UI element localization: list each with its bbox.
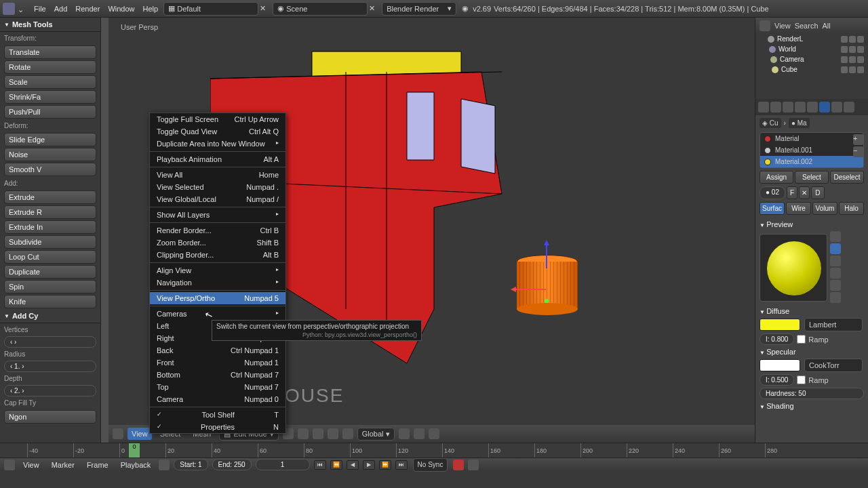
specular-header[interactable]: Specular (760, 345, 864, 359)
material-add-icon[interactable]: + (853, 134, 864, 145)
operator-header[interactable]: Add Cy (0, 309, 100, 323)
diffuse-intensity-field[interactable]: I: 0.800 (760, 333, 794, 345)
outliner-item-cube[interactable]: Cube (755, 64, 868, 75)
bc-object[interactable]: ◈ Cu (760, 118, 781, 128)
orientation-dropdown[interactable]: Global▾ (357, 428, 395, 441)
slide-edge-button[interactable]: Slide Edge (4, 133, 96, 146)
menu-help[interactable]: Help (139, 2, 163, 16)
tab-scene-icon[interactable] (783, 102, 793, 113)
key-prev-icon[interactable]: ⏪ (330, 460, 342, 470)
material-slot-material[interactable]: Material (760, 133, 863, 144)
fake-user-button[interactable]: F (787, 186, 797, 199)
material-remove-icon[interactable]: − (853, 146, 864, 157)
vertex-select-icon[interactable] (313, 428, 323, 439)
tab-material-icon[interactable] (819, 102, 830, 113)
specular-color[interactable] (760, 359, 800, 371)
smooth-button[interactable]: Smooth V (4, 163, 96, 176)
layout-add-icon[interactable]: ✕ (260, 4, 266, 13)
select-button[interactable]: Select (795, 171, 829, 184)
assign-button[interactable]: Assign (760, 171, 793, 184)
ctx-show-all-layers[interactable]: Show All Layers (150, 209, 285, 221)
ctx-toggle-quad-view[interactable]: Toggle Quad ViewCtrl Alt Q (150, 125, 285, 138)
3d-viewport[interactable]: User Persp OUSE Toggle Full ScreenCtrl U… (108, 18, 755, 443)
loopcut-button[interactable]: Loop Cut (4, 250, 96, 264)
ctx-back[interactable]: BackCtrl Numpad 1 (150, 344, 285, 357)
ctx-playback-animation[interactable]: Playback AnimationAlt A (150, 153, 285, 165)
ctx-duplicate-area-into-new-window[interactable]: Duplicate Area into New Window (150, 138, 285, 150)
ctx-toggle-full-screen[interactable]: Toggle Full ScreenCtrl Up Arrow (150, 113, 285, 125)
outliner-filter[interactable]: All (823, 22, 831, 30)
volume-tab[interactable]: Volum (812, 202, 837, 215)
ctx-align-view[interactable]: Align View (150, 264, 285, 277)
material-slot-material-001[interactable]: Material.001 (760, 144, 863, 156)
preview-hair-icon[interactable] (830, 280, 841, 291)
tab-render-icon[interactable] (758, 102, 769, 113)
ctx-render-border-[interactable]: Render Border...Ctrl B (150, 224, 285, 237)
material-slot-material-002[interactable]: Material.002 (760, 156, 863, 167)
extrude-button[interactable]: Extrude (4, 190, 96, 204)
info-editor-dropdown-icon[interactable]: ⌄ (18, 5, 24, 12)
wire-tab[interactable]: Wire (786, 202, 811, 215)
gizmo-x-axis[interactable] (512, 289, 546, 290)
sync-dropdown[interactable]: No Sync (413, 458, 448, 472)
knife-button[interactable]: Knife (4, 295, 96, 308)
end-frame-field[interactable]: End: 250 (212, 459, 252, 470)
halo-tab[interactable]: Halo (839, 202, 864, 215)
ctx-view-persp-ortho[interactable]: View Persp/OrthoNumpad 5 (150, 292, 285, 304)
ctx-camera[interactable]: CameraNumpad 0 (150, 393, 285, 405)
specular-model-dropdown[interactable]: CookTorr (804, 359, 863, 372)
outliner-item-camera[interactable]: Camera (755, 54, 868, 64)
spin-button[interactable]: Spin (4, 280, 96, 293)
pivot-icon[interactable] (298, 428, 309, 439)
tab-texture-icon[interactable] (831, 102, 842, 113)
preview-header[interactable]: Preview (760, 218, 864, 231)
gizmo-y-axis[interactable] (545, 299, 549, 303)
tl-playback[interactable]: Playback (117, 459, 155, 471)
tab-layers-icon[interactable] (770, 102, 781, 113)
pushpull-button[interactable]: Push/Pull (4, 105, 96, 119)
key-next-icon[interactable]: ⏩ (379, 460, 391, 470)
outliner-item-world[interactable]: World (755, 44, 868, 54)
ctx-front[interactable]: FrontNumpad 1 (150, 357, 285, 369)
preview-world-icon[interactable] (830, 292, 841, 303)
diffuse-model-dropdown[interactable]: Lambert (804, 318, 863, 331)
diffuse-color[interactable] (760, 319, 800, 331)
menu-window[interactable]: Window (104, 2, 138, 16)
translate-button[interactable]: Translate (4, 45, 96, 59)
snap-icon[interactable] (414, 428, 425, 439)
ctx-zoom-border-[interactable]: Zoom Border...Shift B (150, 237, 285, 249)
ctx-tool-shelf[interactable]: Tool ShelfT (150, 409, 285, 421)
face-select-icon[interactable] (342, 428, 353, 439)
extrude-i-button[interactable]: Extrude In (4, 220, 96, 234)
outliner-type-icon[interactable] (760, 20, 770, 31)
shrink-button[interactable]: Shrink/Fa (4, 90, 96, 104)
extrude-r-button[interactable]: Extrude R (4, 205, 96, 219)
preview-cube-icon[interactable] (830, 256, 841, 266)
autokey-icon[interactable] (453, 460, 464, 470)
mesh-tools-header[interactable]: Mesh Tools (0, 18, 100, 32)
preview-sphere-icon[interactable] (830, 243, 841, 254)
tl-view[interactable]: View (19, 459, 43, 471)
layers-icon[interactable] (399, 428, 410, 439)
deselect-button[interactable]: Deselect (830, 171, 864, 184)
menu-render[interactable]: Render (71, 2, 104, 16)
shading-header[interactable]: Shading (760, 399, 864, 413)
scene-dropdown[interactable]: ◉ Scene (273, 2, 368, 16)
outliner-item-renderl[interactable]: RenderL (755, 34, 868, 44)
material-slot-list[interactable]: MaterialMaterial.001Material.002 (760, 132, 864, 168)
ctx-view-all[interactable]: View AllHome (150, 169, 285, 181)
timeline-cursor[interactable]: 0 (129, 443, 140, 458)
ctx-properties[interactable]: PropertiesN (150, 421, 285, 433)
jump-end-icon[interactable]: ⏭ (395, 460, 408, 470)
jump-start-icon[interactable]: ⏮ (314, 460, 326, 470)
play-reverse-icon[interactable]: ◀ (347, 460, 359, 470)
screen-layout-dropdown[interactable]: ▦ Default (163, 2, 258, 16)
hardness-field[interactable]: Hardness: 50 (760, 388, 864, 399)
gizmo-z-axis[interactable] (546, 241, 547, 268)
render-preview-icon[interactable] (429, 428, 439, 439)
menu-file[interactable]: File (30, 2, 50, 16)
tl-marker[interactable]: Marker (47, 459, 79, 471)
keying-set-icon[interactable] (468, 460, 479, 470)
subdivide-button[interactable]: Subdivide (4, 235, 96, 249)
current-frame-field[interactable]: 1 (256, 459, 310, 470)
